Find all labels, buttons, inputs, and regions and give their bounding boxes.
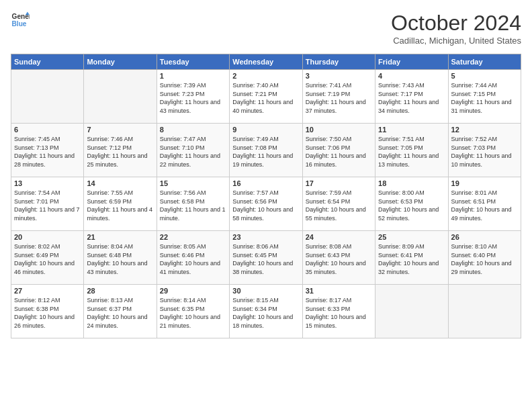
day-number: 27 — [14, 287, 81, 295]
calendar-cell: 11Sunrise: 7:51 AM Sunset: 7:05 PM Dayli… — [375, 124, 448, 177]
day-number: 4 — [378, 72, 445, 80]
calendar-cell: 4Sunrise: 7:43 AM Sunset: 7:17 PM Daylig… — [375, 70, 448, 124]
month-title: October 2024 — [391, 11, 521, 36]
day-info: Sunrise: 7:47 AM Sunset: 7:10 PM Dayligh… — [160, 135, 226, 169]
calendar-cell: 27Sunrise: 8:12 AM Sunset: 6:38 PM Dayli… — [11, 285, 84, 338]
svg-text:Blue: Blue — [12, 20, 27, 28]
calendar-cell: 6Sunrise: 7:45 AM Sunset: 7:13 PM Daylig… — [11, 124, 84, 177]
day-number: 12 — [451, 126, 518, 134]
day-info: Sunrise: 7:59 AM Sunset: 6:54 PM Dayligh… — [306, 189, 372, 222]
day-info: Sunrise: 8:05 AM Sunset: 6:46 PM Dayligh… — [160, 242, 226, 276]
day-header-thursday: Thursday — [302, 54, 375, 70]
day-info: Sunrise: 8:12 AM Sunset: 6:38 PM Dayligh… — [14, 296, 81, 330]
day-number: 20 — [14, 233, 81, 241]
calendar-cell: 21Sunrise: 8:04 AM Sunset: 6:48 PM Dayli… — [84, 231, 157, 285]
week-row-2: 6Sunrise: 7:45 AM Sunset: 7:13 PM Daylig… — [11, 124, 521, 177]
day-number: 25 — [378, 233, 445, 241]
day-info: Sunrise: 7:55 AM Sunset: 6:59 PM Dayligh… — [87, 189, 153, 222]
day-info: Sunrise: 7:50 AM Sunset: 7:06 PM Dayligh… — [306, 135, 372, 169]
calendar-table: SundayMondayTuesdayWednesdayThursdayFrid… — [11, 54, 521, 338]
calendar-cell: 3Sunrise: 7:41 AM Sunset: 7:19 PM Daylig… — [302, 70, 375, 124]
week-row-3: 13Sunrise: 7:54 AM Sunset: 7:01 PM Dayli… — [11, 177, 521, 231]
day-info: Sunrise: 7:51 AM Sunset: 7:05 PM Dayligh… — [378, 135, 445, 169]
days-header-row: SundayMondayTuesdayWednesdayThursdayFrid… — [11, 54, 521, 70]
calendar-cell: 8Sunrise: 7:47 AM Sunset: 7:10 PM Daylig… — [157, 124, 229, 177]
calendar-cell: 23Sunrise: 8:06 AM Sunset: 6:45 PM Dayli… — [230, 231, 302, 285]
calendar-cell: 20Sunrise: 8:02 AM Sunset: 6:49 PM Dayli… — [11, 231, 84, 285]
calendar-cell — [375, 285, 448, 338]
day-header-tuesday: Tuesday — [157, 54, 229, 70]
day-number: 8 — [160, 126, 226, 134]
day-number: 2 — [232, 72, 299, 80]
day-number: 7 — [87, 126, 153, 134]
calendar-cell: 15Sunrise: 7:56 AM Sunset: 6:58 PM Dayli… — [157, 177, 229, 231]
day-info: Sunrise: 7:40 AM Sunset: 7:21 PM Dayligh… — [232, 81, 299, 115]
calendar-cell: 28Sunrise: 8:13 AM Sunset: 6:37 PM Dayli… — [84, 285, 157, 338]
calendar-cell: 26Sunrise: 8:10 AM Sunset: 6:40 PM Dayli… — [448, 231, 521, 285]
calendar-cell: 1Sunrise: 7:39 AM Sunset: 7:23 PM Daylig… — [157, 70, 229, 124]
day-info: Sunrise: 8:15 AM Sunset: 6:34 PM Dayligh… — [232, 296, 299, 330]
calendar-cell: 18Sunrise: 8:00 AM Sunset: 6:53 PM Dayli… — [375, 177, 448, 231]
calendar-cell — [448, 285, 521, 338]
day-header-sunday: Sunday — [11, 54, 84, 70]
calendar-cell: 14Sunrise: 7:55 AM Sunset: 6:59 PM Dayli… — [84, 177, 157, 231]
day-info: Sunrise: 7:39 AM Sunset: 7:23 PM Dayligh… — [160, 81, 226, 115]
day-number: 29 — [160, 287, 226, 295]
day-header-monday: Monday — [84, 54, 157, 70]
day-info: Sunrise: 8:14 AM Sunset: 6:35 PM Dayligh… — [160, 296, 226, 330]
day-info: Sunrise: 7:56 AM Sunset: 6:58 PM Dayligh… — [160, 189, 226, 222]
day-info: Sunrise: 8:02 AM Sunset: 6:49 PM Dayligh… — [14, 242, 81, 276]
week-row-4: 20Sunrise: 8:02 AM Sunset: 6:49 PM Dayli… — [11, 231, 521, 285]
day-info: Sunrise: 7:43 AM Sunset: 7:17 PM Dayligh… — [378, 81, 445, 115]
title-block: October 2024 Cadillac, Michigan, United … — [391, 11, 521, 46]
day-number: 13 — [14, 179, 81, 187]
location: Cadillac, Michigan, United States — [391, 36, 521, 46]
day-info: Sunrise: 8:13 AM Sunset: 6:37 PM Dayligh… — [87, 296, 153, 330]
week-row-5: 27Sunrise: 8:12 AM Sunset: 6:38 PM Dayli… — [11, 285, 521, 338]
day-info: Sunrise: 8:01 AM Sunset: 6:51 PM Dayligh… — [451, 189, 518, 222]
day-info: Sunrise: 7:46 AM Sunset: 7:12 PM Dayligh… — [87, 135, 153, 169]
day-number: 30 — [232, 287, 299, 295]
day-number: 1 — [160, 72, 226, 80]
calendar-cell: 5Sunrise: 7:44 AM Sunset: 7:15 PM Daylig… — [448, 70, 521, 124]
day-info: Sunrise: 7:44 AM Sunset: 7:15 PM Dayligh… — [451, 81, 518, 115]
day-number: 10 — [306, 126, 372, 134]
day-number: 14 — [87, 179, 153, 187]
day-info: Sunrise: 7:57 AM Sunset: 6:56 PM Dayligh… — [232, 189, 299, 222]
day-info: Sunrise: 8:00 AM Sunset: 6:53 PM Dayligh… — [378, 189, 445, 222]
calendar-cell: 17Sunrise: 7:59 AM Sunset: 6:54 PM Dayli… — [302, 177, 375, 231]
day-info: Sunrise: 7:52 AM Sunset: 7:03 PM Dayligh… — [451, 135, 518, 169]
day-header-friday: Friday — [375, 54, 448, 70]
page-header: General Blue October 2024 Cadillac, Mich… — [11, 11, 521, 46]
calendar-cell: 29Sunrise: 8:14 AM Sunset: 6:35 PM Dayli… — [157, 285, 229, 338]
day-info: Sunrise: 7:45 AM Sunset: 7:13 PM Dayligh… — [14, 135, 81, 169]
day-info: Sunrise: 8:10 AM Sunset: 6:40 PM Dayligh… — [451, 242, 518, 276]
day-number: 5 — [451, 72, 518, 80]
calendar-cell — [11, 70, 84, 124]
day-info: Sunrise: 8:17 AM Sunset: 6:33 PM Dayligh… — [306, 296, 372, 330]
calendar-cell: 9Sunrise: 7:49 AM Sunset: 7:08 PM Daylig… — [230, 124, 302, 177]
calendar-cell — [84, 70, 157, 124]
day-info: Sunrise: 8:06 AM Sunset: 6:45 PM Dayligh… — [232, 242, 299, 276]
day-number: 23 — [232, 233, 299, 241]
day-info: Sunrise: 7:49 AM Sunset: 7:08 PM Dayligh… — [232, 135, 299, 169]
calendar-cell: 12Sunrise: 7:52 AM Sunset: 7:03 PM Dayli… — [448, 124, 521, 177]
calendar-cell: 24Sunrise: 8:08 AM Sunset: 6:43 PM Dayli… — [302, 231, 375, 285]
day-number: 24 — [306, 233, 372, 241]
day-info: Sunrise: 8:09 AM Sunset: 6:41 PM Dayligh… — [378, 242, 445, 276]
calendar-cell: 22Sunrise: 8:05 AM Sunset: 6:46 PM Dayli… — [157, 231, 229, 285]
week-row-1: 1Sunrise: 7:39 AM Sunset: 7:23 PM Daylig… — [11, 70, 521, 124]
day-info: Sunrise: 8:08 AM Sunset: 6:43 PM Dayligh… — [306, 242, 372, 276]
calendar-cell: 13Sunrise: 7:54 AM Sunset: 7:01 PM Dayli… — [11, 177, 84, 231]
logo: General Blue — [11, 11, 30, 30]
day-number: 17 — [306, 179, 372, 187]
calendar-cell: 2Sunrise: 7:40 AM Sunset: 7:21 PM Daylig… — [230, 70, 302, 124]
day-number: 26 — [451, 233, 518, 241]
day-number: 3 — [306, 72, 372, 80]
day-info: Sunrise: 8:04 AM Sunset: 6:48 PM Dayligh… — [87, 242, 153, 276]
calendar-cell: 31Sunrise: 8:17 AM Sunset: 6:33 PM Dayli… — [302, 285, 375, 338]
day-number: 16 — [232, 179, 299, 187]
calendar-cell: 19Sunrise: 8:01 AM Sunset: 6:51 PM Dayli… — [448, 177, 521, 231]
calendar-cell: 16Sunrise: 7:57 AM Sunset: 6:56 PM Dayli… — [230, 177, 302, 231]
calendar-cell: 7Sunrise: 7:46 AM Sunset: 7:12 PM Daylig… — [84, 124, 157, 177]
